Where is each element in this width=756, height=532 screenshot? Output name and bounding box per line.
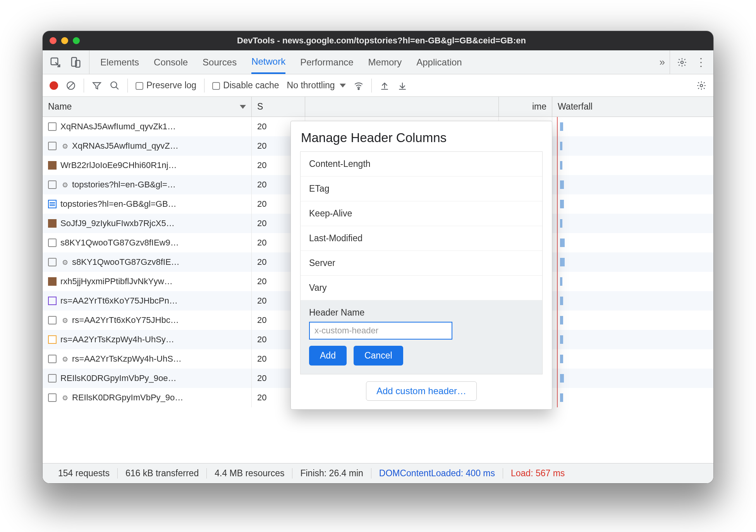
status-domcontentloaded: DOMContentLoaded: 400 ms xyxy=(371,468,503,479)
header-name-form: Header Name Add Cancel xyxy=(301,300,542,374)
svg-point-7 xyxy=(700,84,703,87)
status-load: Load: 567 ms xyxy=(503,468,572,479)
svg-point-6 xyxy=(358,88,359,89)
gear-icon xyxy=(60,315,68,325)
request-waterfall xyxy=(552,291,713,311)
clear-icon[interactable] xyxy=(66,81,76,91)
search-icon[interactable] xyxy=(110,81,120,91)
gear-icon xyxy=(60,180,68,190)
disable-cache-label: Disable cache xyxy=(223,80,279,90)
request-name: rs=AA2YrTt6xKoY75JHbcPn… xyxy=(60,296,178,306)
request-name: SoJfJ9_9zIykuFIwxb7RjcX5… xyxy=(60,218,175,228)
request-name: XqRNAsJ5AwfIumd_qyvZ… xyxy=(72,141,179,151)
settings-gear-icon[interactable] xyxy=(677,57,687,67)
network-toolbar: Preserve log Disable cache No throttling xyxy=(43,74,713,97)
request-name: WrB22rlJoIoEe9CHhi60R1nj… xyxy=(60,160,177,170)
request-waterfall xyxy=(552,175,713,194)
upload-har-icon[interactable] xyxy=(380,81,390,91)
network-conditions-icon[interactable] xyxy=(354,81,364,91)
image-icon xyxy=(48,277,57,286)
tab-elements[interactable]: Elements xyxy=(100,50,139,74)
request-name: s8KY1QwooTG87Gzv8fIEw9… xyxy=(60,238,179,248)
tab-performance[interactable]: Performance xyxy=(300,50,353,74)
cancel-button[interactable]: Cancel xyxy=(354,346,403,366)
filter-icon[interactable] xyxy=(92,81,102,91)
header-item[interactable]: Vary xyxy=(301,276,542,300)
sort-indicator-icon xyxy=(240,105,246,109)
status-requests: 154 requests xyxy=(50,468,118,479)
column-name[interactable]: Name xyxy=(43,97,252,117)
preserve-log-label: Preserve log xyxy=(146,80,196,90)
device-toggle-icon[interactable] xyxy=(70,57,81,68)
zoom-window-button[interactable] xyxy=(73,37,80,44)
tab-memory[interactable]: Memory xyxy=(368,50,402,74)
request-name: s8KY1QwooTG87Gzv8fIE… xyxy=(72,257,180,267)
header-name-input[interactable] xyxy=(309,322,452,340)
gear-icon xyxy=(60,354,68,364)
status-finish: Finish: 26.4 min xyxy=(292,468,371,479)
more-tabs-icon[interactable]: » xyxy=(655,56,670,68)
request-name: topstories?hl=en-GB&gl=… xyxy=(72,180,176,190)
devtools-window: DevTools - news.google.com/topstories?hl… xyxy=(43,31,713,483)
status-transferred: 616 kB transferred xyxy=(118,468,207,479)
request-name: topstories?hl=en-GB&gl=GB… xyxy=(60,199,177,209)
request-name: rs=AA2YrTsKzpWy4h-UhSy… xyxy=(60,335,174,345)
gear-icon xyxy=(60,257,68,267)
file-icon xyxy=(48,374,57,383)
record-button[interactable] xyxy=(50,81,58,90)
request-waterfall xyxy=(552,349,713,369)
tab-network[interactable]: Network xyxy=(251,50,285,74)
request-waterfall xyxy=(552,136,713,156)
throttling-select[interactable]: No throttling xyxy=(287,80,346,91)
file-icon xyxy=(48,122,57,131)
header-list: Content-LengthETagKeep-AliveLast-Modifie… xyxy=(300,151,543,374)
status-bar: 154 requests 616 kB transferred 4.4 MB r… xyxy=(43,463,713,483)
disable-cache-checkbox[interactable]: Disable cache xyxy=(212,80,279,91)
image-icon xyxy=(48,219,57,228)
header-item[interactable]: Content-Length xyxy=(301,152,542,177)
header-item[interactable]: Server xyxy=(301,251,542,276)
network-settings-gear-icon[interactable] xyxy=(696,81,706,91)
request-waterfall xyxy=(552,388,713,407)
script-icon xyxy=(48,335,57,344)
add-button[interactable]: Add xyxy=(309,346,347,366)
svg-point-3 xyxy=(681,61,684,63)
request-name: rs=AA2YrTsKzpWy4h-UhS… xyxy=(72,354,182,364)
header-item[interactable]: ETag xyxy=(301,177,542,201)
download-har-icon[interactable] xyxy=(397,81,407,91)
header-item[interactable]: Keep-Alive xyxy=(301,201,542,226)
add-custom-header-button[interactable]: Add custom header… xyxy=(366,381,477,401)
manage-header-columns-dialog: Manage Header Columns Content-LengthETag… xyxy=(290,121,552,410)
request-name: REIlsK0DRGpyImVbPy_9o… xyxy=(72,393,183,403)
request-waterfall xyxy=(552,369,713,388)
minimize-window-button[interactable] xyxy=(61,37,68,44)
column-time[interactable]: ime xyxy=(499,97,552,117)
gear-icon xyxy=(60,141,68,151)
column-status[interactable]: S xyxy=(252,97,305,117)
request-name: rxh5jjHyxmiPPtibflJvNkYyw… xyxy=(60,276,173,287)
column-waterfall[interactable]: Waterfall xyxy=(552,97,713,117)
throttling-label: No throttling xyxy=(287,80,335,91)
request-name: XqRNAsJ5AwfIumd_qyvZk1… xyxy=(60,122,176,132)
request-waterfall xyxy=(552,214,713,233)
request-waterfall xyxy=(552,252,713,272)
tab-sources[interactable]: Sources xyxy=(203,50,237,74)
gear-icon xyxy=(60,393,68,403)
request-waterfall xyxy=(552,194,713,214)
request-waterfall xyxy=(552,117,713,136)
titlebar: DevTools - news.google.com/topstories?hl… xyxy=(43,31,713,50)
header-item[interactable]: Last-Modified xyxy=(301,226,542,251)
dialog-title: Manage Header Columns xyxy=(291,130,552,151)
tab-application[interactable]: Application xyxy=(416,50,462,74)
tab-console[interactable]: Console xyxy=(154,50,188,74)
request-waterfall xyxy=(552,156,713,175)
request-waterfall xyxy=(552,330,713,349)
panel-tabs: ElementsConsoleSourcesNetworkPerformance… xyxy=(43,50,713,74)
close-window-button[interactable] xyxy=(50,37,57,44)
request-name: rs=AA2YrTt6xKoY75JHbc… xyxy=(72,315,179,325)
status-resources: 4.4 MB resources xyxy=(207,468,292,479)
request-waterfall xyxy=(552,311,713,330)
header-name-label: Header Name xyxy=(309,307,534,318)
preserve-log-checkbox[interactable]: Preserve log xyxy=(136,80,196,91)
inspect-element-icon[interactable] xyxy=(50,57,61,68)
